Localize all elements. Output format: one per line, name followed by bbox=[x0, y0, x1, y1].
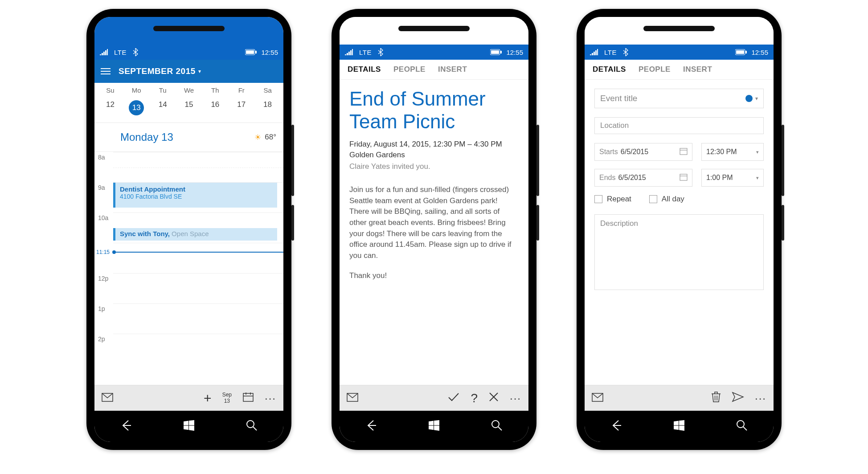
repeat-checkbox[interactable]: Repeat bbox=[594, 195, 631, 204]
allday-label: All day bbox=[662, 195, 684, 204]
event-title: End of Summer Team Picnic bbox=[349, 88, 519, 133]
status-bar: LTE 12:55 bbox=[585, 45, 774, 60]
weekday: Su bbox=[97, 86, 123, 94]
date-cell[interactable]: 15 bbox=[176, 98, 202, 118]
side-button bbox=[782, 205, 784, 241]
hour-label: 8a bbox=[94, 152, 113, 182]
mail-icon[interactable] bbox=[102, 392, 113, 405]
svg-line-31 bbox=[743, 427, 747, 430]
more-icon[interactable]: ··· bbox=[265, 392, 276, 405]
hour-label: 1p bbox=[94, 303, 113, 334]
svg-rect-13 bbox=[500, 51, 502, 53]
accept-icon[interactable] bbox=[447, 392, 460, 405]
battery-icon bbox=[735, 49, 747, 55]
repeat-label: Repeat bbox=[607, 195, 631, 204]
date-cell[interactable]: 18 bbox=[254, 98, 281, 118]
tab-insert[interactable]: INSERT bbox=[438, 65, 467, 74]
decline-icon[interactable] bbox=[488, 392, 499, 405]
tab-details[interactable]: DETAILS bbox=[593, 65, 626, 74]
more-icon[interactable]: ··· bbox=[510, 392, 521, 405]
nav-bar bbox=[340, 411, 528, 442]
send-icon[interactable] bbox=[732, 392, 744, 405]
date-cell[interactable]: 14 bbox=[150, 98, 176, 118]
event-detail-body[interactable]: End of Summer Team Picnic Friday, August… bbox=[340, 80, 528, 385]
tab-people[interactable]: PEOPLE bbox=[393, 65, 426, 74]
hour-label bbox=[94, 243, 113, 273]
side-button bbox=[291, 205, 294, 241]
allday-checkbox[interactable]: All day bbox=[649, 195, 684, 204]
search-icon[interactable] bbox=[735, 419, 749, 434]
agenda-view[interactable]: 8a 9a Dentist Appointment 4100 Factoria … bbox=[94, 152, 283, 385]
starts-time-picker[interactable]: 12:30 PM ▾ bbox=[701, 143, 764, 161]
ends-date-picker[interactable]: Ends 6/5/2015 bbox=[594, 169, 692, 187]
event-inviter: Claire Yates invited you. bbox=[349, 162, 519, 171]
weekday: Mo bbox=[123, 86, 150, 94]
calendar-icon bbox=[680, 173, 688, 183]
event-dentist[interactable]: Dentist Appointment 4100 Factoria Blvd S… bbox=[113, 183, 277, 208]
app-bar: + Sep 13 ··· bbox=[94, 385, 283, 411]
today-button[interactable]: Sep 13 bbox=[222, 392, 232, 404]
ends-time-picker[interactable]: 1:00 PM ▾ bbox=[701, 169, 764, 187]
title-field[interactable]: Event title ▾ bbox=[594, 89, 764, 108]
location-field[interactable]: Location bbox=[594, 117, 764, 134]
windows-icon[interactable] bbox=[182, 419, 196, 434]
day-summary: Monday 13 ☀ 68° bbox=[94, 123, 283, 152]
date-cell[interactable]: 12 bbox=[97, 98, 123, 118]
date-cell[interactable]: 17 bbox=[228, 98, 254, 118]
signal-icon bbox=[590, 49, 598, 55]
date-cell[interactable]: 16 bbox=[202, 98, 228, 118]
back-icon[interactable] bbox=[119, 419, 133, 434]
event-body-closing: Thank you! bbox=[349, 270, 519, 282]
back-icon[interactable] bbox=[364, 419, 378, 434]
tab-people[interactable]: PEOPLE bbox=[639, 65, 671, 74]
more-icon[interactable]: ··· bbox=[755, 392, 766, 405]
clock-time: 12:55 bbox=[506, 49, 523, 56]
windows-icon[interactable] bbox=[427, 419, 441, 434]
event-datetime: Friday, August 14, 2015, 12:30 PM – 4:30… bbox=[349, 140, 519, 149]
search-icon[interactable] bbox=[245, 419, 258, 434]
add-icon[interactable]: + bbox=[204, 391, 212, 406]
search-icon[interactable] bbox=[490, 419, 504, 434]
event-title: Dentist Appointment bbox=[120, 185, 273, 193]
network-label: LTE bbox=[359, 49, 372, 56]
svg-line-17 bbox=[498, 427, 502, 430]
delete-icon[interactable] bbox=[711, 391, 721, 405]
phone-frame-3: LTE 12:55 DETAILS PEOPLE INSERT Event ti… bbox=[577, 9, 782, 450]
now-time: 11:15 bbox=[94, 249, 113, 255]
app-bar: ··· bbox=[585, 385, 774, 411]
event-tabs: DETAILS PEOPLE INSERT bbox=[585, 60, 774, 80]
chevron-down-icon: ▾ bbox=[756, 175, 759, 181]
status-bar: LTE 12:55 bbox=[94, 45, 283, 60]
clock-time: 12:55 bbox=[261, 49, 278, 56]
today-month: Sep bbox=[222, 392, 232, 398]
description-placeholder: Description bbox=[600, 219, 638, 228]
calendar-icon bbox=[680, 147, 688, 157]
category-picker[interactable]: ▾ bbox=[745, 95, 758, 102]
event-sync[interactable]: Sync with Tony, Open Space bbox=[113, 228, 277, 241]
description-field[interactable]: Description bbox=[594, 214, 764, 290]
month-title: SEPTEMBER 2015 bbox=[119, 66, 196, 76]
weekday: Tu bbox=[150, 86, 176, 94]
checkbox-icon bbox=[649, 195, 657, 203]
calendar-icon[interactable] bbox=[242, 392, 254, 405]
month-picker[interactable]: SEPTEMBER 2015 ▾ bbox=[119, 66, 201, 76]
mail-icon[interactable] bbox=[592, 392, 603, 405]
chevron-down-icon: ▾ bbox=[756, 149, 759, 155]
windows-icon[interactable] bbox=[672, 419, 686, 434]
svg-rect-4 bbox=[243, 393, 253, 401]
mail-icon[interactable] bbox=[347, 392, 358, 405]
today-day: 13 bbox=[222, 398, 232, 404]
side-button bbox=[536, 205, 539, 241]
date-cell-selected[interactable]: 13 bbox=[123, 98, 150, 118]
signal-icon bbox=[345, 49, 353, 55]
tentative-icon[interactable]: ? bbox=[471, 391, 478, 405]
back-icon[interactable] bbox=[610, 419, 623, 434]
nav-bar bbox=[94, 411, 283, 442]
starts-date-picker[interactable]: Starts 6/5/2015 bbox=[594, 143, 692, 161]
menu-icon[interactable] bbox=[101, 68, 111, 74]
tab-insert[interactable]: INSERT bbox=[683, 65, 712, 74]
tab-details[interactable]: DETAILS bbox=[348, 65, 381, 74]
weekday-row: Su Mo Tu We Th Fr Sa bbox=[94, 83, 283, 96]
event-tabs: DETAILS PEOPLE INSERT bbox=[340, 60, 528, 80]
svg-rect-20 bbox=[745, 51, 747, 53]
